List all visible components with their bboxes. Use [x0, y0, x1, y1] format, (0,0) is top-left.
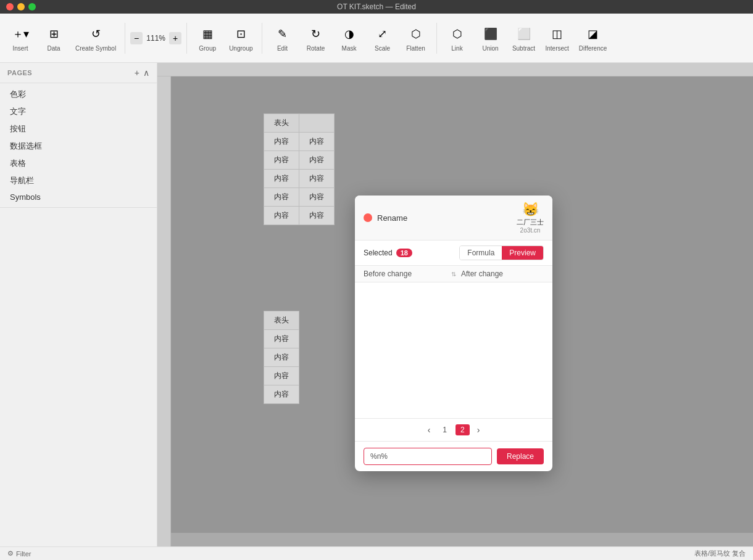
flatten-tool[interactable]: ⬡ Flatten — [401, 22, 431, 54]
edit-label: Edit — [277, 45, 288, 52]
intersect-label: Intersect — [546, 45, 569, 52]
modal-close-button[interactable] — [364, 213, 372, 222]
sidebar-page-item[interactable]: 数据选框 — [0, 138, 157, 155]
sidebar-page-item[interactable]: 色彩 — [0, 86, 157, 103]
filter-button[interactable]: ⚙ Filter — [7, 550, 31, 558]
sidebar-page-item[interactable]: 导航栏 — [0, 172, 157, 189]
sidebar-page-item[interactable]: 表格 — [0, 155, 157, 172]
intersect-icon: ◫ — [547, 24, 567, 44]
sidebar-header: PAGES + ∧ — [0, 63, 157, 83]
replace-input[interactable] — [364, 448, 492, 465]
modal-title-area: Rename — [364, 213, 407, 223]
flatten-icon: ⬡ — [406, 24, 426, 44]
rotate-label: Rotate — [307, 45, 325, 52]
insert-label: Insert — [12, 45, 28, 52]
create-symbol-icon: ↺ — [86, 24, 106, 44]
toolbar-divider-3 — [262, 23, 262, 54]
replace-button[interactable]: Replace — [497, 448, 544, 464]
rotate-tool[interactable]: ↻ Rotate — [301, 22, 331, 54]
minimize-traffic-light[interactable] — [17, 3, 25, 10]
edit-tool[interactable]: ✎ Edit — [267, 22, 298, 54]
collapse-button[interactable]: ∧ — [143, 68, 149, 78]
cat-icon: 😸 — [522, 202, 539, 218]
modal-header: Rename 😸 二厂三士 2o3t.cn — [355, 196, 552, 241]
zoom-group: − 111% + — [130, 32, 181, 44]
subtract-tool[interactable]: ⬜ Subtract — [509, 22, 539, 54]
pagination-page-2[interactable]: 2 — [456, 424, 470, 435]
pagination-page-1[interactable]: 1 — [438, 424, 452, 435]
rotate-icon: ↻ — [306, 24, 326, 44]
tab-buttons: Formula Preview — [459, 245, 544, 260]
add-page-button[interactable]: + — [135, 68, 139, 78]
intersect-tool[interactable]: ◫ Intersect — [542, 22, 573, 54]
scale-label: Scale — [375, 45, 390, 52]
modal-title: Rename — [377, 213, 407, 223]
canvas[interactable]: 表头 内容内容 内容内容 内容内容 内容内容 内容内容 表头 内容 — [157, 63, 753, 546]
modal-cat-branding: 😸 二厂三士 2o3t.cn — [517, 202, 544, 234]
sidebar: PAGES + ∧ 色彩文字按钮数据选框表格导航栏Symbols — [0, 63, 157, 546]
group-label: Group — [199, 45, 216, 52]
selected-label: Selected — [364, 249, 393, 257]
mask-tool[interactable]: ◑ Mask — [334, 22, 365, 54]
close-traffic-light[interactable] — [6, 3, 14, 10]
subtract-icon: ⬜ — [514, 24, 534, 44]
toolbar-divider-2 — [186, 23, 187, 54]
modal-overlay: Rename 😸 二厂三士 2o3t.cn Selected 18 — [157, 63, 753, 546]
union-label: Union — [482, 45, 498, 52]
toolbar: ＋▾ Insert ⊞ Data ↺ Create Symbol − 111% … — [0, 14, 753, 63]
link-label: Link — [451, 45, 462, 52]
pagination-next-button[interactable]: › — [473, 424, 484, 436]
link-tool[interactable]: ⬡ Link — [442, 22, 473, 54]
link-icon: ⬡ — [447, 24, 467, 44]
union-tool[interactable]: ⬛ Union — [475, 22, 506, 54]
data-icon: ⊞ — [44, 24, 64, 44]
create-symbol-tool[interactable]: ↺ Create Symbol — [72, 22, 120, 54]
insert-tool[interactable]: ＋▾ Insert — [5, 22, 36, 54]
zoom-in-button[interactable]: + — [169, 32, 181, 44]
sidebar-actions: + ∧ — [135, 68, 149, 78]
tab-preview-button[interactable]: Preview — [502, 246, 543, 260]
bottombar: ⚙ Filter 表格/斑马纹 复合 — [0, 546, 753, 560]
maximize-traffic-light[interactable] — [28, 3, 36, 10]
difference-label: Difference — [579, 45, 607, 52]
titlebar: OT KIT.sketch — Edited — [0, 0, 753, 14]
filter-label: Filter — [16, 550, 31, 558]
subtract-label: Subtract — [512, 45, 535, 52]
scale-tool[interactable]: ⤢ Scale — [367, 22, 398, 54]
pagination-prev-button[interactable]: ‹ — [424, 424, 435, 436]
modal-footer: Replace — [355, 441, 552, 471]
sidebar-page-item[interactable]: Symbols — [0, 189, 157, 205]
difference-icon: ◪ — [583, 24, 603, 44]
ungroup-tool[interactable]: ⊡ Ungroup — [225, 22, 256, 54]
ungroup-label: Ungroup — [229, 45, 252, 52]
sidebar-page-item[interactable]: 文字 — [0, 103, 157, 120]
modal-tabs-bar: Selected 18 Formula Preview — [355, 241, 552, 266]
col-before-label: Before change — [364, 270, 446, 278]
sort-icon: ⇅ — [446, 271, 461, 278]
zoom-value: 111% — [145, 34, 167, 43]
rename-modal: Rename 😸 二厂三士 2o3t.cn Selected 18 — [355, 196, 552, 471]
layer-info: 表格/斑马纹 复合 — [694, 549, 746, 558]
col-after-label: After change — [461, 270, 544, 278]
modal-rows — [355, 282, 552, 418]
selected-count-badge: 18 — [396, 249, 412, 257]
cat-site: 2o3t.cn — [520, 227, 541, 234]
pages-label: PAGES — [7, 69, 32, 76]
insert-icon: ＋▾ — [10, 24, 30, 44]
mask-label: Mask — [342, 45, 357, 52]
data-tool[interactable]: ⊞ Data — [38, 22, 69, 54]
page-list: 色彩文字按钮数据选框表格导航栏Symbols — [0, 83, 157, 208]
group-tool[interactable]: ▦ Group — [192, 22, 223, 54]
ungroup-icon: ⊡ — [231, 24, 251, 44]
selected-badge: Selected 18 — [364, 249, 412, 257]
flatten-label: Flatten — [406, 45, 425, 52]
sidebar-page-item[interactable]: 按钮 — [0, 120, 157, 138]
tab-formula-button[interactable]: Formula — [460, 246, 502, 260]
traffic-lights — [6, 3, 36, 10]
zoom-out-button[interactable]: − — [130, 32, 143, 44]
difference-tool[interactable]: ◪ Difference — [575, 22, 610, 54]
group-icon: ▦ — [198, 24, 217, 44]
scale-icon: ⤢ — [373, 24, 393, 44]
modal-pagination: ‹ 1 2 › — [355, 418, 552, 441]
window-title: OT KIT.sketch — Edited — [337, 2, 416, 11]
